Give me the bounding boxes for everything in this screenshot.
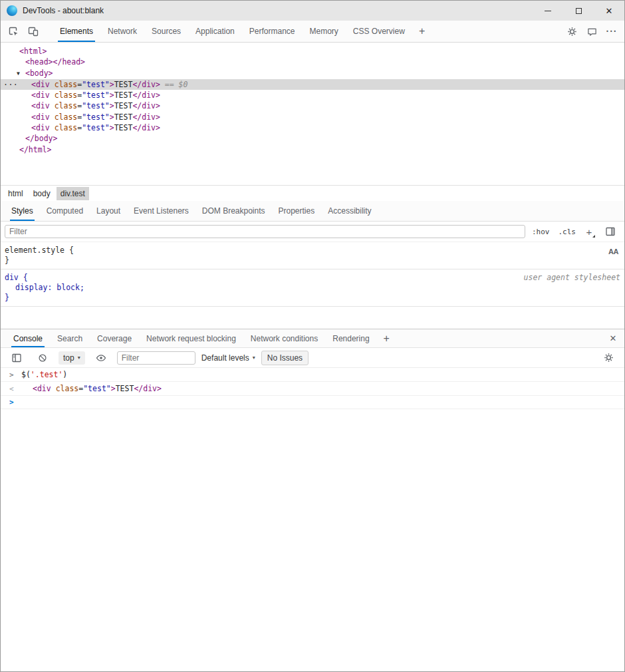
styles-tab-event-listeners[interactable]: Event Listeners xyxy=(127,201,195,221)
caret-down-icon: ▾ xyxy=(78,355,80,361)
javascript-context-selector[interactable]: top ▾ xyxy=(59,351,85,365)
syntax-token: class xyxy=(55,123,78,132)
toggle-computed-sidebar-button[interactable] xyxy=(600,226,620,237)
tab-elements[interactable]: Elements xyxy=(53,21,100,42)
breadcrumb-html[interactable]: html xyxy=(4,187,27,200)
result-chevron-icon: < xyxy=(9,385,17,393)
toggle-hover-state-button[interactable]: :hov xyxy=(530,226,552,238)
styles-tab-accessibility[interactable]: Accessibility xyxy=(321,201,378,221)
dom-node[interactable]: </body> xyxy=(1,133,624,144)
settings-gear-button[interactable] xyxy=(562,21,582,42)
minimize-button[interactable] xyxy=(533,1,563,21)
console-tab-console[interactable]: Console xyxy=(6,329,50,347)
expand-arrow-icon[interactable]: ▼ xyxy=(17,69,25,79)
style-selector[interactable]: div xyxy=(5,273,19,282)
div-style-rule[interactable]: user agent stylesheetdiv { display: bloc… xyxy=(1,269,624,307)
console-filter-input[interactable] xyxy=(117,351,195,365)
maximize-button[interactable] xyxy=(563,1,594,21)
styles-tab-properties[interactable]: Properties xyxy=(272,201,322,221)
syntax-token: class xyxy=(56,384,79,393)
tab-performance[interactable]: Performance xyxy=(242,21,303,42)
inspect-element-button[interactable] xyxy=(3,21,23,42)
syntax-token: "test" xyxy=(82,101,110,110)
font-editor-icon[interactable]: AA xyxy=(608,247,618,257)
log-levels-dropdown[interactable]: Default levels ▾ xyxy=(201,353,255,363)
dom-node[interactable]: <html> xyxy=(1,46,624,57)
more-options-button[interactable]: ··· xyxy=(602,21,622,42)
tab-css-overview[interactable]: CSS Overview xyxy=(346,21,412,42)
prompt-chevron-icon: > xyxy=(9,398,17,407)
window-title: DevTools - about:blank xyxy=(23,6,104,15)
node-more-icon[interactable]: ··· xyxy=(3,79,18,90)
add-panel-button[interactable]: + xyxy=(412,21,432,42)
dom-node[interactable]: <div class="test">TEST</div> xyxy=(1,100,624,111)
dom-node[interactable]: ···<div class="test">TEST</div> == $0 xyxy=(1,79,624,90)
close-drawer-button[interactable]: ✕ xyxy=(602,329,624,347)
devtools-toolbar: ElementsNetworkSourcesApplicationPerform… xyxy=(1,21,624,43)
tab-sources[interactable]: Sources xyxy=(144,21,188,42)
syntax-token: class xyxy=(55,90,78,100)
syntax-token: <body> xyxy=(25,69,53,78)
styles-tab-computed[interactable]: Computed xyxy=(40,201,90,221)
drawer-tabs: ConsoleSearchCoverageNetwork request blo… xyxy=(6,329,377,347)
console-tab-network-request-blocking[interactable]: Network request blocking xyxy=(139,329,243,347)
add-drawer-tab-button[interactable]: + xyxy=(377,329,396,347)
syntax-token: TEST xyxy=(114,80,133,89)
edge-logo-icon xyxy=(7,5,17,16)
dom-node[interactable]: <div class="test">TEST</div> xyxy=(1,90,624,100)
styles-tab-dom-breakpoints[interactable]: DOM Breakpoints xyxy=(195,201,272,221)
elements-tree: <html><head></head>▼<body>···<div class=… xyxy=(1,43,624,185)
syntax-token: </div> xyxy=(132,112,160,122)
dom-node[interactable]: </html> xyxy=(1,144,624,155)
console-result-row: <<div class="test">TEST</div> xyxy=(1,382,624,396)
console-tab-network-conditions[interactable]: Network conditions xyxy=(243,329,325,347)
toolbar-right-icons: ··· xyxy=(562,21,624,42)
issues-badge[interactable]: No Issues xyxy=(261,351,309,365)
syntax-token: <html> xyxy=(19,47,47,56)
live-expression-eye-button[interactable] xyxy=(91,353,111,363)
new-style-rule-button[interactable]: + xyxy=(582,226,596,238)
device-toolbar-button[interactable] xyxy=(23,21,43,42)
console-tab-coverage[interactable]: Coverage xyxy=(90,329,139,347)
dom-node[interactable]: <div class="test">TEST</div> xyxy=(1,122,624,133)
stylesheet-origin-label: user agent stylesheet xyxy=(524,273,620,283)
dom-node[interactable]: <div class="test">TEST</div> xyxy=(1,112,624,122)
breadcrumb-div-test[interactable]: div.test xyxy=(57,187,89,200)
styles-tab-layout[interactable]: Layout xyxy=(90,201,127,221)
console-tab-rendering[interactable]: Rendering xyxy=(325,329,376,347)
open-brace: { xyxy=(64,246,74,255)
syntax-token: <div xyxy=(31,90,55,100)
tab-network[interactable]: Network xyxy=(100,21,144,42)
styles-tab-styles[interactable]: Styles xyxy=(5,201,40,221)
style-selector: element.style xyxy=(5,246,64,255)
console-messages: >$('.test')<<div class="test">TEST</div>… xyxy=(1,368,624,671)
syntax-token: <div xyxy=(31,123,55,132)
tab-application[interactable]: Application xyxy=(188,21,242,42)
dom-node[interactable]: ▼<body> xyxy=(1,68,624,79)
console-settings-button[interactable] xyxy=(598,353,618,363)
breadcrumb-body[interactable]: body xyxy=(29,187,55,200)
console-prompt-row[interactable]: > xyxy=(1,396,624,409)
css-declaration[interactable]: display: block; xyxy=(15,283,84,292)
syntax-token: class xyxy=(55,101,78,110)
syntax-token: > xyxy=(110,80,114,89)
dom-node[interactable]: <head></head> xyxy=(1,57,624,67)
console-sidebar-toggle-button[interactable] xyxy=(7,353,27,363)
window-controls: ✕ xyxy=(533,1,624,21)
feedback-button[interactable] xyxy=(582,21,602,42)
syntax-token: > xyxy=(110,90,114,100)
styles-filter-input[interactable] xyxy=(5,225,525,238)
minimize-icon xyxy=(545,11,551,11)
syntax-token: TEST xyxy=(114,123,133,132)
syntax-token: TEST xyxy=(114,90,133,100)
close-button[interactable]: ✕ xyxy=(594,1,624,21)
console-tab-search[interactable]: Search xyxy=(50,329,90,347)
syntax-token: </div> xyxy=(132,80,160,89)
clear-console-button[interactable] xyxy=(33,353,53,363)
syntax-token: </div> xyxy=(132,90,160,100)
tab-memory[interactable]: Memory xyxy=(303,21,346,42)
context-label: top xyxy=(63,353,74,363)
toggle-class-button[interactable]: .cls xyxy=(557,226,578,238)
syntax-token: "test" xyxy=(83,384,111,393)
element-style-rule[interactable]: element.style { } AA xyxy=(1,242,624,269)
